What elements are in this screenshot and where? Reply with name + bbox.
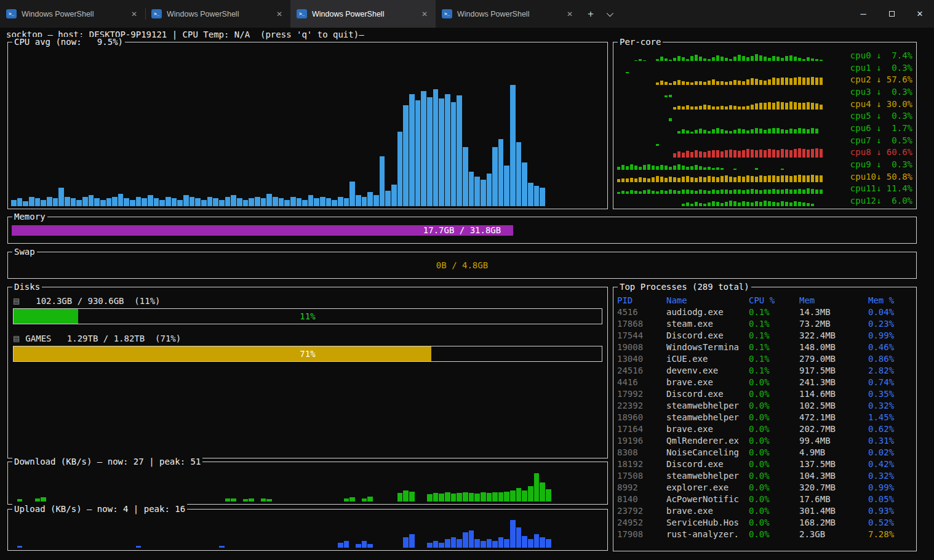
chart-bar — [427, 97, 433, 206]
tab-title: Windows PowerShell — [167, 10, 269, 18]
tab-close-icon[interactable]: ✕ — [420, 10, 429, 18]
chart-bar — [255, 197, 260, 206]
chart-bar — [510, 520, 516, 548]
chart-bar — [71, 198, 76, 206]
panel-per-core: Per-core cpu0 ↓ 7.4%cpu1 ↓ 0.3%cpu2 ↓ 57… — [613, 42, 917, 209]
chart-bar — [284, 200, 290, 206]
chart-bar — [516, 527, 522, 548]
process-row: 18192Discord.exe0.0%137.5MB0.42% — [616, 458, 915, 470]
process-row: 18960steamwebhelper0.0%472.1MB1.45% — [616, 412, 915, 423]
cpu-avg-title: CPU avg (now: 9.5%) — [12, 37, 125, 47]
chart-bar — [540, 188, 545, 206]
titlebar-drag-region — [618, 0, 849, 28]
process-row: 17992Discord.exe0.0%114.6MB0.35% — [616, 388, 915, 400]
swap-title: Swap — [12, 247, 37, 257]
chart-bar — [172, 198, 177, 206]
chart-bar — [314, 198, 319, 206]
chart-bar — [403, 537, 409, 548]
new-tab-button[interactable]: + — [581, 0, 601, 28]
tab-active[interactable]: >_Windows PowerShell✕ — [290, 0, 436, 28]
chart-bar — [89, 195, 94, 206]
chart-bar — [261, 198, 266, 206]
chart-bar — [528, 486, 533, 502]
chart-bar — [522, 536, 527, 548]
process-row: 19196QmlRenderer.ex0.0%99.4MB0.31% — [616, 435, 915, 447]
chart-bar — [47, 197, 52, 206]
tab[interactable]: >_Windows PowerShell✕ — [436, 0, 581, 28]
chart-bar — [219, 200, 225, 206]
chart-bar — [439, 494, 444, 502]
chart-bar — [433, 493, 439, 502]
minimize-button[interactable]: ─ — [849, 0, 877, 28]
chart-bar — [243, 200, 249, 206]
process-row: 13040iCUE.exe0.1%279.0MB0.86% — [616, 353, 915, 365]
core-sparkline — [617, 99, 844, 110]
core-row: cpu0 ↓ 7.4% — [617, 50, 912, 61]
tab[interactable]: >_Windows PowerShell✕ — [0, 0, 145, 28]
disk-icon: ▤ — [13, 334, 20, 343]
chart-bar — [469, 530, 474, 548]
tab-close-icon[interactable]: ✕ — [565, 10, 575, 18]
core-label: cpu11↓ 11.4% — [844, 183, 912, 194]
core-sparkline — [617, 74, 844, 85]
disk-usage-bar: 71% — [13, 346, 602, 362]
powershell-icon: >_ — [297, 9, 307, 18]
chart-bar — [219, 546, 225, 548]
chart-bar — [409, 94, 415, 206]
tab-dropdown-button[interactable] — [601, 0, 618, 28]
tab-title: Windows PowerShell — [312, 10, 415, 18]
core-sparkline — [617, 172, 844, 182]
chart-bar — [261, 498, 266, 502]
disk-label: GAMES 1.29TB / 1.82TB (71%) — [25, 334, 181, 343]
tab-bar: >_Windows PowerShell✕>_Windows PowerShel… — [0, 0, 934, 28]
chart-bar — [504, 492, 509, 502]
tab-close-icon[interactable]: ✕ — [129, 10, 139, 18]
maximize-button[interactable] — [877, 0, 906, 28]
col-pid: PID — [617, 295, 666, 306]
chart-bar — [290, 197, 296, 206]
tab-close-icon[interactable]: ✕ — [274, 10, 284, 18]
process-row: 22392steamwebhelper0.0%102.5MB0.32% — [616, 400, 915, 412]
core-row: cpu1 ↓ 0.3% — [617, 62, 912, 73]
core-sparkline — [617, 135, 844, 146]
chart-bar — [433, 89, 439, 206]
chart-bar — [528, 539, 533, 548]
terminal-window: >_Windows PowerShell✕>_Windows PowerShel… — [0, 0, 934, 560]
panel-cpu-avg: CPU avg (now: 9.5%) — [7, 42, 608, 209]
chart-bar — [41, 200, 46, 206]
chart-bar — [487, 539, 492, 548]
core-row: cpu9 ↓ 0.3% — [617, 159, 912, 170]
chart-bar — [403, 490, 409, 502]
process-row: 24516devenv.exe0.1%917.5MB2.82% — [616, 365, 915, 377]
chart-bar — [397, 493, 403, 502]
chart-bar — [320, 197, 325, 206]
chart-bar — [391, 185, 397, 206]
process-rows: 4516audiodg.exe0.1%14.3MB0.04%17868steam… — [616, 306, 915, 540]
chart-bar — [474, 539, 480, 548]
chart-bar — [302, 200, 308, 206]
chart-bar — [457, 95, 462, 206]
disk-usage-percent: 11% — [14, 309, 602, 324]
chart-bar — [356, 195, 361, 206]
chart-bar — [249, 198, 254, 206]
chart-bar — [362, 197, 367, 206]
chart-bar — [380, 156, 385, 206]
chart-bar — [534, 186, 540, 206]
chart-bar — [273, 197, 278, 206]
panel-download: Download (KB/s) — now: 27 | peak: 51 — [7, 462, 608, 505]
chart-bar — [349, 497, 355, 502]
chart-bar — [94, 198, 100, 206]
process-table: PID Name CPU % Mem Mem % 4516audiodg.exe… — [616, 295, 915, 549]
per-core-title: Per-core — [618, 37, 663, 47]
close-button[interactable]: ✕ — [906, 0, 934, 28]
chart-bar — [338, 543, 343, 548]
chart-bar — [463, 147, 468, 206]
maximize-icon — [889, 11, 895, 17]
process-row: 17544Discord.exe0.1%322.4MB0.99% — [616, 330, 915, 342]
process-row: 19008WindowsTermina0.1%148.0MB0.46% — [616, 342, 915, 353]
chart-bar — [112, 197, 118, 206]
chart-bar — [213, 198, 218, 206]
powershell-icon: >_ — [442, 9, 452, 18]
tab[interactable]: >_Windows PowerShell✕ — [145, 0, 290, 28]
chart-bar — [433, 541, 439, 548]
